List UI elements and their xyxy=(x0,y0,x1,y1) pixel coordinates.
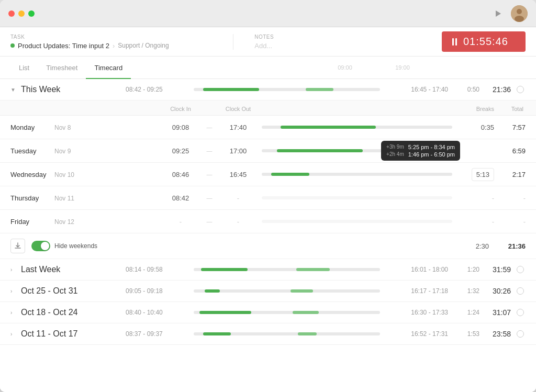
thursday-breaks: - xyxy=(452,194,494,202)
oct25-breaks: 1:32 xyxy=(448,287,479,295)
oct18-time-start: 08:40 - 10:40 xyxy=(126,309,188,316)
svg-point-2 xyxy=(515,16,524,22)
oct18-breaks: 1:24 xyxy=(448,309,479,316)
col-total: Total xyxy=(494,106,526,112)
options-icon xyxy=(517,309,524,316)
last-week-time-end: 16:01 - 18:00 xyxy=(385,266,448,273)
titlebar-right xyxy=(492,5,528,22)
tab-timesheet[interactable]: Timesheet xyxy=(38,57,86,79)
col-clock-out: Clock Out xyxy=(215,106,262,112)
footer-total: 21:36 xyxy=(499,242,526,250)
main-window: Task Product Updates: Time input 2 › Sup… xyxy=(0,0,536,392)
footer-breaks: 2:30 xyxy=(457,242,489,250)
avatar[interactable] xyxy=(511,5,528,22)
options-icon xyxy=(517,287,524,295)
oct25-options-button[interactable] xyxy=(515,286,526,296)
tab-list[interactable]: List xyxy=(10,57,38,79)
traffic-lights xyxy=(8,10,35,17)
week-time-start: 08:42 - 09:25 xyxy=(126,86,188,93)
close-button[interactable] xyxy=(8,10,15,17)
oct11-time-end: 16:52 - 17:31 xyxy=(385,330,448,338)
last-week-options-button[interactable] xyxy=(515,264,526,275)
week-title-oct25: Oct 25 - Oct 31 xyxy=(21,286,115,296)
task-name: Product Updates: Time input 2 xyxy=(18,42,109,50)
last-week-timeline xyxy=(194,264,380,275)
scroll-area[interactable]: ▼ This Week 08:42 - 09:25 16:45 - 17:40 … xyxy=(0,79,536,392)
hide-weekends-toggle[interactable]: Hide weekends xyxy=(31,241,97,251)
thursday-clock-in: 08:42 xyxy=(157,194,204,202)
tooltip-badge-2: +2h 4m xyxy=(386,151,404,158)
week-oct11[interactable]: › Oct 11 - Oct 17 08:37 - 09:37 16:52 - … xyxy=(0,323,536,345)
friday-clock-in: - xyxy=(157,218,204,226)
maximize-button[interactable] xyxy=(28,10,35,17)
tuesday-breaks-tooltip: +3h 9m 5:25 pm - 8:34 pm +2h 4m 1:46 pm … xyxy=(381,141,460,161)
friday-total: - xyxy=(494,218,526,226)
day-name-monday: Monday xyxy=(10,124,52,131)
options-icon xyxy=(517,330,524,338)
week-oct25[interactable]: › Oct 25 - Oct 31 09:05 - 09:18 16:17 - … xyxy=(0,281,536,302)
day-name-wednesday: Wednesday xyxy=(10,171,52,178)
main-content: List Timesheet Timecard 09:00 19:00 ▼ Th… xyxy=(0,57,536,392)
task-label: Task xyxy=(10,34,222,40)
options-icon xyxy=(517,266,524,273)
week-footer-row: Hide weekends 2:30 21:36 xyxy=(0,233,536,259)
task-value: Product Updates: Time input 2 › Support … xyxy=(10,42,222,50)
wednesday-clock-in: 08:46 xyxy=(157,171,204,178)
tooltip-row-1: +3h 9m 5:25 pm - 8:34 pm xyxy=(386,144,455,150)
day-name-friday: Friday xyxy=(10,218,52,226)
day-name-tuesday: Tuesday xyxy=(10,147,52,155)
thursday-timeline xyxy=(262,193,452,203)
notes-placeholder: Add... xyxy=(254,42,431,50)
monday-timeline xyxy=(262,122,452,132)
timer-button[interactable]: 01:55:46 xyxy=(442,31,526,52)
chevron-right-icon: › xyxy=(10,267,17,273)
tab-timecard[interactable]: Timecard xyxy=(86,57,131,79)
oct18-options-button[interactable] xyxy=(515,307,526,318)
play-icon xyxy=(496,10,501,17)
pause-icon xyxy=(452,38,457,46)
oct11-time-start: 08:37 - 09:37 xyxy=(126,330,188,338)
notes-section[interactable]: Notes Add... xyxy=(244,34,442,50)
chevron-right-icon: › xyxy=(10,288,17,294)
week-last-week[interactable]: › Last Week 08:14 - 09:58 16:01 - 18:00 … xyxy=(0,259,536,281)
oct25-total: 30:26 xyxy=(485,287,511,295)
timeline-tick-2: 19:00 xyxy=(395,64,410,71)
week-this-week[interactable]: ▼ This Week 08:42 - 09:25 16:45 - 17:40 … xyxy=(0,79,536,100)
day-date-monday: Nov 8 xyxy=(54,124,86,131)
last-week-total: 31:59 xyxy=(485,265,511,274)
tab-bar: List Timesheet Timecard xyxy=(0,57,141,79)
tuesday-clock-out: 17:00 xyxy=(215,147,262,155)
week-oct18[interactable]: › Oct 18 - Oct 24 08:40 - 10:40 16:30 - … xyxy=(0,302,536,323)
friday-clock-out: - xyxy=(215,218,262,226)
download-icon xyxy=(14,242,21,250)
col-clock-in: Clock In xyxy=(157,106,204,112)
minimize-button[interactable] xyxy=(18,10,25,17)
tooltip-time-1: 5:25 pm - 8:34 pm xyxy=(408,144,455,150)
oct11-breaks: 1:53 xyxy=(448,330,479,338)
wednesday-breaks-value: 5:13 xyxy=(472,168,494,181)
chevron-right-icon: › xyxy=(10,331,17,337)
week-breaks: 0:50 xyxy=(448,86,479,93)
oct25-timeline xyxy=(194,286,380,296)
friday-timeline xyxy=(262,216,452,227)
chevron-down-icon: ▼ xyxy=(10,87,17,93)
week-options-button[interactable] xyxy=(515,84,526,95)
download-button[interactable] xyxy=(10,239,25,253)
week-title-oct11: Oct 11 - Oct 17 xyxy=(21,329,115,339)
monday-clock-out: 17:40 xyxy=(215,124,262,131)
oct25-time-start: 09:05 - 09:18 xyxy=(126,287,188,295)
notes-label: Notes xyxy=(254,34,431,40)
tooltip-time-2: 1:46 pm - 6:50 pm xyxy=(408,151,455,158)
thursday-total: - xyxy=(494,194,526,202)
oct11-options-button[interactable] xyxy=(515,329,526,339)
week-title-oct18: Oct 18 - Oct 24 xyxy=(21,308,115,317)
tooltip-badge-1: +3h 9m xyxy=(386,144,404,150)
play-button[interactable] xyxy=(492,7,505,20)
oct25-time-end: 16:17 - 17:18 xyxy=(385,287,448,295)
tuesday-total: 6:59 xyxy=(494,147,526,155)
task-section[interactable]: Task Product Updates: Time input 2 › Sup… xyxy=(10,34,233,50)
day-date-wednesday: Nov 10 xyxy=(54,171,86,178)
week-time-end: 16:45 - 17:40 xyxy=(385,86,448,93)
week-expanded: Clock In Clock Out Breaks Total Monday N… xyxy=(0,100,536,259)
week-title: This Week xyxy=(21,85,115,94)
